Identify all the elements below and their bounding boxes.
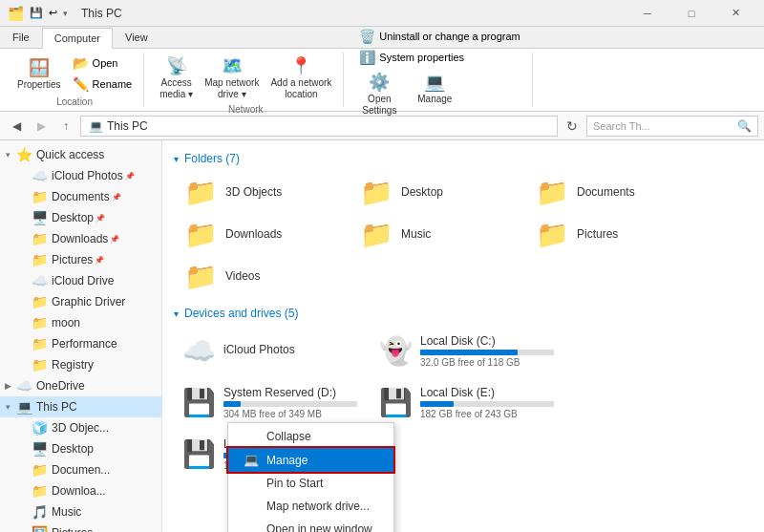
ctx-collapse[interactable]: Collapse — [228, 425, 393, 448]
ctx-collapse-label: Collapse — [266, 430, 311, 443]
folder-item-pictures[interactable]: 📁 Pictures — [525, 215, 697, 253]
open-icon: 📂 — [73, 55, 89, 71]
search-placeholder: Search Th... — [593, 120, 650, 132]
icloud-photos-pin: 📌 — [125, 172, 135, 181]
graphic-driver-label: Graphic Driver — [52, 295, 125, 309]
folder-item-music[interactable]: 📁 Music — [350, 215, 521, 253]
sidebar-item-documents[interactable]: 📁 Documents 📌 — [15, 186, 161, 207]
folder-desktop-label: Desktop — [401, 185, 443, 199]
ribbon-group-network: 📡 Accessmedia ▾ 🗺️ Map networkdrive ▾ 📍 … — [148, 53, 344, 107]
refresh-button[interactable]: ↻ — [562, 116, 583, 137]
drive-item-d[interactable]: 💾 System Reserved (D:) 304 MB free of 34… — [174, 379, 365, 425]
folder-item-desktop[interactable]: 📁 Desktop — [350, 173, 521, 211]
desktop-pin: 📌 — [96, 214, 105, 223]
open-settings-button[interactable]: ⚙️ OpenSettings — [355, 69, 403, 118]
ctx-manage[interactable]: 💻 Manage — [228, 448, 393, 472]
map-drive-button[interactable]: 🗺️ Map networkdrive ▾ — [201, 53, 263, 102]
drive-c-info: Local Disk (C:) 32.0 GB free of 118 GB — [420, 334, 554, 368]
add-location-button[interactable]: 📍 Add a networklocation — [266, 53, 335, 102]
sidebar-item-documents-pc[interactable]: 📁 Documen... — [15, 459, 161, 480]
sidebar-item-music[interactable]: 🎵 Music — [15, 501, 161, 522]
close-button[interactable]: ✕ — [714, 0, 756, 27]
pictures-pin: 📌 — [95, 256, 104, 265]
context-menu: Collapse 💻 Manage Pin to Start Map netwo… — [227, 422, 394, 532]
qat-save[interactable]: 💾 — [30, 7, 43, 19]
documents-icon: 📁 — [31, 188, 48, 205]
drive-icloud-name: iCloud Photos — [223, 343, 357, 356]
title-bar-title: This PC — [81, 7, 122, 20]
properties-icon: 🪟 — [28, 56, 51, 79]
sidebar-item-downloads-pc[interactable]: 📁 Downloa... — [15, 480, 161, 501]
sys-properties-icon: ℹ️ — [359, 50, 375, 65]
sidebar-item-downloads[interactable]: 📁 Downloads 📌 — [15, 228, 161, 249]
manage-ribbon-button[interactable]: 💻 Manage — [411, 69, 458, 118]
rename-button[interactable]: ✏️ Rename — [69, 74, 137, 94]
properties-button[interactable]: 🪟 Properties — [13, 54, 65, 93]
forward-button[interactable]: ▶ — [31, 116, 52, 137]
folder-downloads-icon: 📁 — [181, 219, 220, 249]
sidebar-item-onedrive[interactable]: ▶ ☁️ OneDrive — [0, 375, 161, 396]
folder-item-3d-objects[interactable]: 📁 3D Objects — [174, 173, 346, 211]
sys-properties-button[interactable]: ℹ️ System properties — [355, 48, 523, 67]
open-button[interactable]: 📂 Open — [69, 53, 137, 73]
drive-item-e[interactable]: 💾 Local Disk (E:) 182 GB free of 243 GB — [371, 379, 562, 425]
performance-label: Performance — [52, 337, 117, 351]
minimize-button[interactable]: ─ — [626, 0, 668, 27]
tab-view[interactable]: View — [113, 27, 160, 48]
folder-documents-label: Documents — [577, 185, 635, 199]
downloads-label: Downloads — [52, 232, 108, 245]
sidebar-item-pictures[interactable]: 📁 Pictures 📌 — [15, 249, 161, 270]
folder-music-icon: 📁 — [357, 219, 395, 249]
folder-videos-icon: 📁 — [181, 261, 220, 291]
tab-file[interactable]: File — [0, 27, 42, 48]
sidebar-item-quick-access[interactable]: ▾ ⭐ Quick access — [0, 144, 161, 165]
tab-computer[interactable]: Computer — [42, 28, 113, 49]
drive-c-icon: 👻 — [378, 333, 413, 368]
sidebar-item-desktop[interactable]: 🖥️ Desktop 📌 — [15, 207, 161, 228]
sidebar-item-pictures-pc[interactable]: 🖼️ Pictures — [15, 522, 161, 532]
folder-item-videos[interactable]: 📁 Videos — [174, 257, 346, 295]
ribbon-content: 🪟 Properties 📂 Open ✏️ Rename Location — [0, 48, 764, 111]
up-button[interactable]: ↑ — [55, 116, 76, 137]
folder-item-downloads[interactable]: 📁 Downloads — [174, 215, 346, 253]
sidebar-item-graphic-driver[interactable]: 📁 Graphic Driver — [15, 291, 161, 312]
uninstall-icon: 🗑️ — [359, 29, 375, 44]
qat-undo[interactable]: ↩ — [49, 7, 57, 19]
map-drive-label: Map networkdrive ▾ — [204, 77, 259, 100]
ribbon-network-items: 📡 Accessmedia ▾ 🗺️ Map networkdrive ▾ 📍 … — [156, 53, 335, 102]
folder-item-documents[interactable]: 📁 Documents — [525, 173, 697, 211]
drive-item-c[interactable]: 👻 Local Disk (C:) 32.0 GB free of 118 GB — [371, 328, 562, 373]
ctx-map-drive[interactable]: Map network drive... — [228, 495, 393, 518]
sidebar-item-3d-objects[interactable]: 🧊 3D Objec... — [15, 417, 161, 438]
onedrive-arrow: ▶ — [0, 381, 15, 391]
desktop-pc-label: Desktop — [52, 442, 94, 456]
maximize-button[interactable]: □ — [670, 0, 712, 27]
drive-e-info: Local Disk (E:) 182 GB free of 243 GB — [420, 386, 554, 419]
drives-chevron: ▾ — [174, 309, 179, 319]
sidebar-item-registry[interactable]: 📁 Registry — [15, 354, 161, 375]
sidebar-item-performance[interactable]: 📁 Performance — [15, 333, 161, 354]
sidebar-item-icloud-photos[interactable]: ☁️ iCloud Photos 📌 — [15, 165, 161, 186]
folder-pictures-icon: 📁 — [533, 219, 571, 249]
address-path[interactable]: 💻 This PC — [80, 116, 558, 137]
sidebar-item-desktop-pc[interactable]: 🖥️ Desktop — [15, 438, 161, 459]
search-icon: 🔍 — [737, 119, 752, 133]
ctx-pin-start[interactable]: Pin to Start — [228, 472, 393, 495]
qat-dropdown[interactable]: ▾ — [63, 9, 68, 18]
quick-access-icon: ⭐ — [15, 146, 32, 163]
sidebar-item-icloud-drive[interactable]: ☁️ iCloud Drive — [15, 270, 161, 291]
access-media-button[interactable]: 📡 Accessmedia ▾ — [156, 53, 197, 102]
ctx-open-new[interactable]: Open in new window — [228, 518, 393, 532]
back-button[interactable]: ◀ — [6, 116, 27, 137]
music-icon: 🎵 — [31, 503, 48, 521]
rename-icon: ✏️ — [73, 76, 89, 92]
uninstall-button[interactable]: 🗑️ Uninstall or change a program — [355, 27, 523, 46]
sidebar-item-moon[interactable]: 📁 moon — [15, 312, 161, 333]
rename-label: Rename — [93, 78, 133, 90]
drive-item-icloud[interactable]: ☁️ iCloud Photos — [174, 328, 365, 373]
folders-section-header: ▾ Folders (7) — [174, 152, 753, 165]
network-group-label: Network — [228, 104, 264, 115]
main: ▾ ⭐ Quick access ☁️ iCloud Photos 📌 📁 Do… — [0, 140, 764, 532]
search-box[interactable]: Search Th... 🔍 — [586, 116, 758, 137]
sidebar-item-this-pc[interactable]: ▾ 💻 This PC — [0, 396, 161, 417]
